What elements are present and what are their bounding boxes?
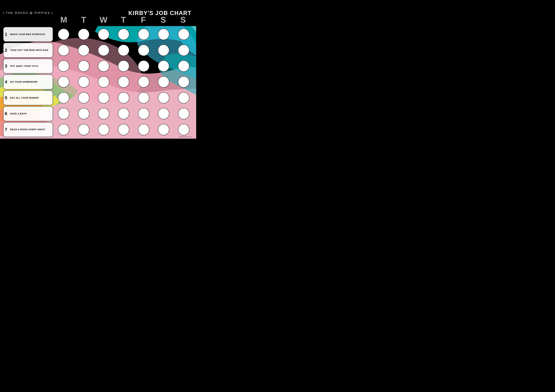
circle-cell-1-6 (154, 29, 173, 40)
circle-4-5[interactable] (138, 76, 149, 88)
job-row-6: 6HAVE A BATH (3, 106, 193, 121)
circle-1-4[interactable] (118, 29, 129, 40)
circle-6-6[interactable] (158, 108, 169, 119)
circle-3-6[interactable] (158, 60, 169, 72)
circle-7-3[interactable] (98, 124, 109, 135)
circles-row-4 (54, 76, 193, 88)
circle-cell-1-3 (94, 29, 113, 40)
circle-2-5[interactable] (138, 45, 149, 56)
circle-cell-4-2 (74, 76, 93, 88)
circle-1-5[interactable] (138, 29, 149, 40)
circle-2-4[interactable] (118, 45, 129, 56)
circle-4-3[interactable] (98, 76, 109, 88)
circle-2-7[interactable] (178, 45, 189, 56)
circle-cell-3-4 (114, 60, 133, 72)
circles-row-1 (54, 29, 193, 40)
circle-1-3[interactable] (98, 29, 109, 40)
page: | THE ROCKS @ PIPPIES | KIRBY'S JOB CHAR… (0, 0, 196, 139)
circle-5-4[interactable] (118, 92, 129, 104)
circle-5-3[interactable] (98, 92, 109, 104)
circle-3-3[interactable] (98, 60, 109, 72)
job-label-7: 7READ A BOOK EVERY NIGHT (3, 122, 53, 137)
day-label-6: S (173, 15, 193, 24)
circle-3-4[interactable] (118, 60, 129, 72)
circle-1-6[interactable] (158, 29, 169, 40)
circle-2-6[interactable] (158, 45, 169, 56)
circle-cell-5-7 (174, 92, 193, 104)
circle-4-4[interactable] (118, 76, 129, 88)
circle-6-4[interactable] (118, 108, 129, 119)
job-number-6: 6 (5, 111, 9, 116)
day-label-2: W (94, 15, 113, 24)
circle-3-7[interactable] (178, 60, 189, 72)
circle-4-7[interactable] (178, 76, 189, 88)
circle-cell-6-5 (134, 108, 153, 119)
circle-3-2[interactable] (78, 60, 89, 72)
circle-cell-2-5 (134, 45, 153, 56)
circle-cell-7-7 (174, 124, 193, 135)
circle-cell-5-5 (134, 92, 153, 104)
day-labels-row: MTWTFSS (54, 9, 193, 25)
circle-cell-6-1 (54, 108, 73, 119)
job-label-2: 2TAKE OUT THE BINS WITH DAD (3, 43, 53, 57)
circle-cell-3-6 (154, 60, 173, 72)
job-number-3: 3 (5, 64, 9, 68)
circle-5-2[interactable] (78, 92, 89, 104)
circle-cell-5-4 (114, 92, 133, 104)
circle-3-1[interactable] (58, 60, 69, 72)
job-label-4: 4DO YOUR HOMEWORK (3, 74, 53, 89)
circle-cell-7-4 (114, 124, 133, 135)
day-label-4: F (133, 15, 153, 24)
circles-row-6 (54, 108, 193, 119)
job-text-1: MAKE YOUR BED EVERYDAY (10, 33, 45, 36)
circle-cell-4-3 (94, 76, 113, 88)
circle-7-7[interactable] (178, 124, 189, 135)
circle-7-6[interactable] (158, 124, 169, 135)
circle-cell-6-6 (154, 108, 173, 119)
circle-2-2[interactable] (78, 45, 89, 56)
main-content: 1MAKE YOUR BED EVERYDAY2TAKE OUT THE BIN… (0, 25, 196, 139)
job-text-6: HAVE A BATH (10, 112, 27, 115)
circle-cell-7-2 (74, 124, 93, 135)
circle-cell-5-6 (154, 92, 173, 104)
circle-2-1[interactable] (58, 45, 69, 56)
circles-row-2 (54, 45, 193, 56)
circle-7-2[interactable] (78, 124, 89, 135)
job-row-1: 1MAKE YOUR BED EVERYDAY (3, 27, 193, 42)
circle-4-1[interactable] (58, 76, 69, 88)
circle-cell-1-4 (114, 29, 133, 40)
job-row-4: 4DO YOUR HOMEWORK (3, 74, 193, 89)
circle-4-2[interactable] (78, 76, 89, 88)
circle-cell-7-5 (134, 124, 153, 135)
circle-1-1[interactable] (58, 29, 69, 40)
circle-6-7[interactable] (178, 108, 189, 119)
circle-2-3[interactable] (98, 45, 109, 56)
circle-cell-7-3 (94, 124, 113, 135)
circle-7-4[interactable] (118, 124, 129, 135)
circle-3-5[interactable] (138, 60, 149, 72)
day-label-0: M (54, 15, 74, 24)
circles-row-5 (54, 92, 193, 104)
job-label-1: 1MAKE YOUR BED EVERYDAY (3, 27, 53, 42)
circle-5-6[interactable] (158, 92, 169, 104)
circle-6-5[interactable] (138, 108, 149, 119)
circle-7-1[interactable] (58, 124, 69, 135)
circle-6-3[interactable] (98, 108, 109, 119)
circle-6-2[interactable] (78, 108, 89, 119)
circle-cell-6-7 (174, 108, 193, 119)
circle-5-7[interactable] (178, 92, 189, 104)
job-row-5: 5EAT ALL YOUR DINNER (3, 90, 193, 105)
circle-6-1[interactable] (58, 108, 69, 119)
circle-4-6[interactable] (158, 76, 169, 88)
circle-5-1[interactable] (58, 92, 69, 104)
circle-cell-4-5 (134, 76, 153, 88)
job-text-3: PUT AWAY YOUR TOYS (10, 65, 38, 68)
job-text-2: TAKE OUT THE BINS WITH DAD (10, 49, 48, 52)
circles-row-3 (54, 60, 193, 72)
circle-cell-3-1 (54, 60, 73, 72)
circle-5-5[interactable] (138, 92, 149, 104)
circle-1-2[interactable] (78, 29, 89, 40)
circle-7-5[interactable] (138, 124, 149, 135)
circle-1-7[interactable] (178, 29, 189, 40)
circle-cell-5-3 (94, 92, 113, 104)
